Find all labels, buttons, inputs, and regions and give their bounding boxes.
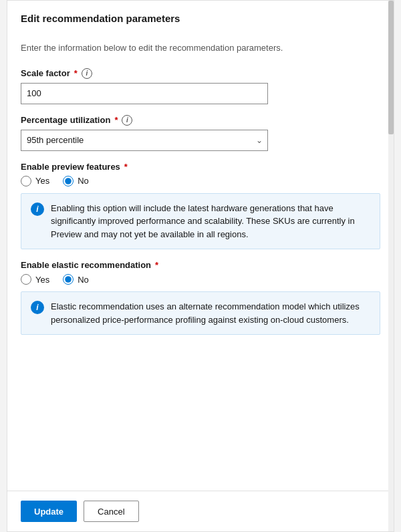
enable-elastic-recommendation-no-label[interactable]: No	[63, 274, 89, 285]
enable-elastic-recommendation-info-text: Elastic recommendation uses an alternate…	[51, 300, 370, 326]
enable-preview-features-required: *	[124, 162, 128, 172]
cancel-button[interactable]: Cancel	[84, 501, 138, 522]
enable-elastic-recommendation-group: Enable elastic recommendation * Yes No i…	[21, 260, 380, 335]
enable-preview-features-radio-group: Yes No	[21, 176, 380, 186]
percentage-utilization-info-icon[interactable]: i	[122, 115, 132, 126]
enable-preview-features-no-radio[interactable]	[63, 176, 74, 186]
enable-elastic-recommendation-required: *	[155, 260, 158, 270]
scale-factor-info-icon[interactable]: i	[82, 68, 92, 79]
enable-elastic-recommendation-radio-group: Yes No	[21, 274, 380, 285]
enable-elastic-recommendation-yes-label[interactable]: Yes	[21, 274, 49, 285]
enable-elastic-recommendation-yes-radio[interactable]	[21, 274, 31, 285]
scrollbar-track	[388, 1, 394, 531]
enable-preview-features-group: Enable preview features * Yes No i Enabl…	[21, 162, 380, 250]
enable-preview-features-yes-label[interactable]: Yes	[21, 176, 49, 186]
panel-footer: Update Cancel	[7, 491, 394, 531]
percentage-utilization-group: Percentage utilization * i 50th percenti…	[21, 115, 380, 151]
panel-body: Enter the information below to edit the …	[7, 32, 394, 491]
scale-factor-group: Scale factor * i	[21, 68, 380, 104]
enable-preview-features-yes-radio[interactable]	[21, 176, 31, 186]
update-button[interactable]: Update	[21, 501, 77, 522]
percentage-utilization-select[interactable]: 50th percentile 75th percentile 95th per…	[21, 130, 268, 151]
percentage-utilization-select-wrapper: 50th percentile 75th percentile 95th per…	[21, 130, 268, 151]
scale-factor-required: *	[74, 68, 78, 78]
edit-recommendation-panel: Edit recommendation parameters Enter the…	[7, 0, 394, 532]
enable-preview-features-no-label[interactable]: No	[63, 176, 89, 186]
enable-elastic-recommendation-no-radio[interactable]	[63, 274, 74, 285]
scale-factor-label: Scale factor * i	[21, 68, 380, 79]
percentage-utilization-required: *	[114, 115, 118, 125]
panel-header: Edit recommendation parameters	[7, 1, 394, 32]
panel-subtitle: Enter the information below to edit the …	[21, 41, 380, 55]
scrollbar-thumb[interactable]	[388, 1, 394, 134]
enable-elastic-recommendation-label: Enable elastic recommendation *	[21, 260, 380, 270]
scale-factor-input[interactable]	[21, 83, 268, 104]
enable-preview-features-info-text: Enabling this option will include the la…	[51, 202, 370, 241]
enable-preview-features-label: Enable preview features *	[21, 162, 380, 172]
info-circle-icon: i	[31, 203, 44, 216]
enable-preview-features-info-box: i Enabling this option will include the …	[21, 193, 380, 250]
panel-title: Edit recommendation parameters	[21, 13, 380, 24]
info-circle-icon-2: i	[31, 301, 44, 314]
percentage-utilization-label: Percentage utilization * i	[21, 115, 380, 126]
enable-elastic-recommendation-info-box: i Elastic recommendation uses an alterna…	[21, 291, 380, 335]
